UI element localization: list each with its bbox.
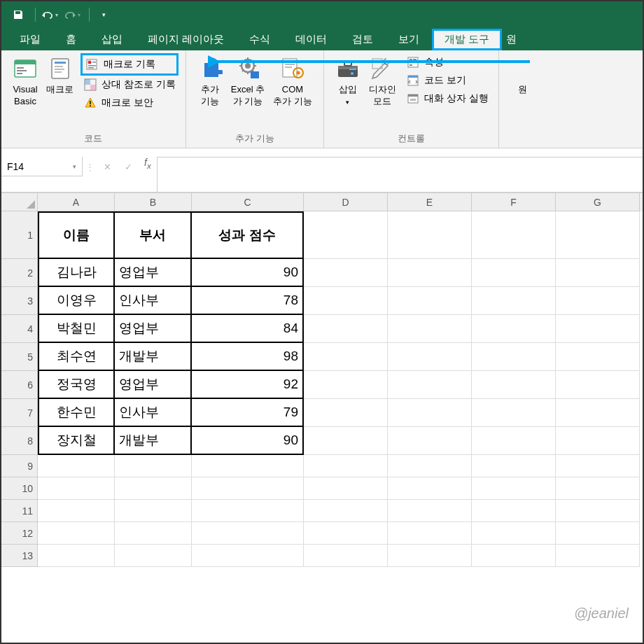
row-header[interactable]: 5	[1, 343, 38, 371]
cell[interactable]	[556, 315, 640, 343]
cell[interactable]: 92	[192, 371, 304, 399]
cell[interactable]	[472, 211, 556, 259]
tab-home[interactable]: 홈	[53, 29, 89, 50]
com-addins-button[interactable]: COM 추가 기능	[269, 53, 316, 111]
cell[interactable]	[556, 371, 640, 399]
column-header[interactable]: F	[472, 193, 556, 211]
column-header[interactable]: B	[115, 193, 192, 211]
cell[interactable]	[556, 545, 640, 567]
row-header[interactable]: 8	[1, 427, 38, 455]
macros-button[interactable]: 매크로	[42, 53, 78, 99]
cell[interactable]	[556, 211, 640, 259]
cell[interactable]	[388, 500, 472, 522]
cell[interactable]	[115, 500, 192, 522]
cell[interactable]	[472, 545, 556, 567]
cell[interactable]	[388, 211, 472, 259]
column-header[interactable]: E	[388, 193, 472, 211]
cancel-formula-button[interactable]: ✕	[97, 157, 118, 176]
cell[interactable]: 인사부	[115, 287, 192, 315]
row-header[interactable]: 12	[1, 522, 38, 545]
cell[interactable]: 90	[192, 427, 304, 455]
cell[interactable]: 개발부	[115, 343, 192, 371]
properties-button[interactable]: 속성	[403, 53, 491, 71]
cell[interactable]	[472, 522, 556, 545]
cell[interactable]	[304, 287, 388, 315]
cell[interactable]	[304, 343, 388, 371]
cell[interactable]: 장지철	[38, 427, 115, 455]
cell[interactable]	[38, 545, 115, 567]
cell[interactable]: 최수연	[38, 343, 115, 371]
insert-control-button[interactable]: 삽입▾	[331, 53, 365, 111]
cell[interactable]	[388, 522, 472, 545]
cell[interactable]	[304, 455, 388, 477]
tab-review[interactable]: 검토	[340, 29, 386, 50]
cell[interactable]	[115, 545, 192, 567]
tab-extra[interactable]: 원	[502, 29, 521, 50]
cell[interactable]	[472, 477, 556, 500]
cell[interactable]	[388, 399, 472, 427]
row-header[interactable]: 3	[1, 287, 38, 315]
cell[interactable]	[388, 371, 472, 399]
cell[interactable]	[38, 522, 115, 545]
cell[interactable]	[304, 211, 388, 259]
cell[interactable]	[388, 477, 472, 500]
cell[interactable]	[556, 399, 640, 427]
cell[interactable]	[472, 399, 556, 427]
tab-file[interactable]: 파일	[7, 29, 53, 50]
cell[interactable]	[304, 427, 388, 455]
formula-bar[interactable]	[157, 157, 643, 192]
cell[interactable]: 김나라	[38, 259, 115, 287]
tab-developer[interactable]: 개발 도구	[432, 29, 502, 50]
cell[interactable]: 90	[192, 259, 304, 287]
tab-page-layout[interactable]: 페이지 레이아웃	[135, 29, 237, 50]
tab-formulas[interactable]: 수식	[237, 29, 283, 50]
cell[interactable]: 영업부	[115, 315, 192, 343]
cell[interactable]	[556, 522, 640, 545]
cell[interactable]	[472, 455, 556, 477]
cell[interactable]	[556, 259, 640, 287]
cell[interactable]	[38, 477, 115, 500]
cell[interactable]	[115, 522, 192, 545]
cell[interactable]	[304, 371, 388, 399]
cell[interactable]	[304, 399, 388, 427]
cell[interactable]	[38, 455, 115, 477]
cell[interactable]	[304, 477, 388, 500]
cell[interactable]	[304, 259, 388, 287]
relative-reference-button[interactable]: 상대 참조로 기록	[80, 76, 178, 94]
cell[interactable]	[556, 500, 640, 522]
row-header[interactable]: 1	[1, 211, 38, 259]
cell[interactable]: 84	[192, 315, 304, 343]
row-header[interactable]: 10	[1, 477, 38, 500]
tab-insert[interactable]: 삽입	[89, 29, 135, 50]
cell[interactable]: 한수민	[38, 399, 115, 427]
cell[interactable]	[556, 427, 640, 455]
cell[interactable]	[115, 477, 192, 500]
cell[interactable]	[472, 315, 556, 343]
cell[interactable]	[388, 259, 472, 287]
fx-icon[interactable]: fx	[139, 157, 157, 170]
cell[interactable]	[115, 455, 192, 477]
cell[interactable]	[38, 500, 115, 522]
cell[interactable]	[304, 500, 388, 522]
cell[interactable]	[388, 427, 472, 455]
cell[interactable]: 부서	[115, 211, 192, 259]
cell[interactable]	[556, 477, 640, 500]
name-box[interactable]: F14	[1, 157, 83, 176]
row-header[interactable]: 9	[1, 455, 38, 477]
cell[interactable]	[388, 455, 472, 477]
cell[interactable]	[304, 522, 388, 545]
cell[interactable]	[388, 315, 472, 343]
cell[interactable]	[388, 545, 472, 567]
column-header[interactable]: C	[192, 193, 304, 211]
design-mode-button[interactable]: 디자인 모드	[365, 53, 400, 111]
cell[interactable]	[472, 343, 556, 371]
cell[interactable]	[192, 545, 304, 567]
cell[interactable]: 이영우	[38, 287, 115, 315]
view-code-button[interactable]: 코드 보기	[403, 71, 491, 90]
cell[interactable]	[556, 455, 640, 477]
cell[interactable]: 이름	[38, 211, 115, 259]
cell[interactable]: 성과 점수	[192, 211, 304, 259]
cell[interactable]: 정국영	[38, 371, 115, 399]
cell[interactable]	[556, 343, 640, 371]
cell[interactable]	[192, 455, 304, 477]
